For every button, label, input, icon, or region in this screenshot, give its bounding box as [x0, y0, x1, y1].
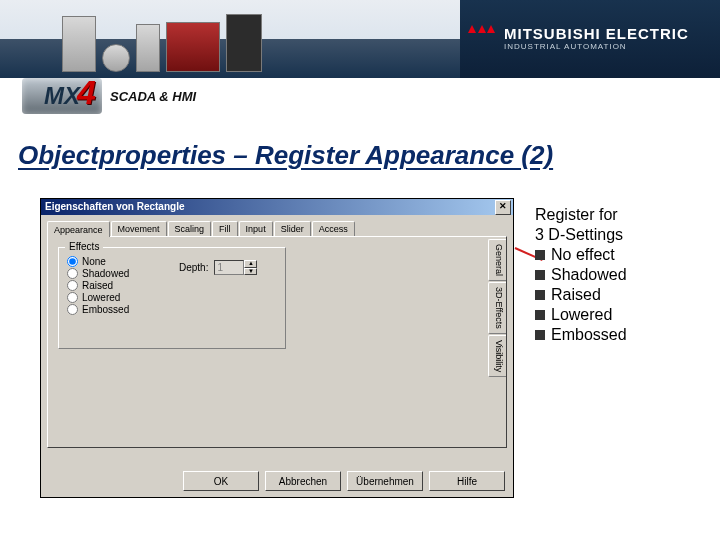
- bullet-icon: [535, 270, 545, 280]
- effects-group-title: Effects: [65, 241, 103, 252]
- radio-none-label: None: [82, 256, 106, 267]
- tab-input[interactable]: Input: [239, 221, 273, 237]
- close-icon: ✕: [499, 201, 507, 211]
- radio-none-input[interactable]: [67, 256, 78, 267]
- mx4-area: MX 4 SCADA & HMI: [22, 78, 196, 114]
- depth-label: Depth:: [179, 262, 208, 273]
- desc-bullet-5-text: Embossed: [551, 325, 627, 345]
- radio-none[interactable]: None: [67, 256, 129, 267]
- effects-radio-list: None Shadowed Raised Lowered Embossed: [67, 256, 129, 315]
- brand-text: MITSUBISHI ELECTRIC INDUSTRIAL AUTOMATIO…: [504, 26, 689, 51]
- radio-raised-input[interactable]: [67, 280, 78, 291]
- apply-button[interactable]: Übernehmen: [347, 471, 423, 491]
- vtab-general[interactable]: General: [488, 239, 506, 281]
- radio-lowered-input[interactable]: [67, 292, 78, 303]
- depth-control: Depth: ▲ ▼: [179, 260, 257, 275]
- radio-shadowed-label: Shadowed: [82, 268, 129, 279]
- help-button[interactable]: Hilfe: [429, 471, 505, 491]
- tab-access[interactable]: Access: [312, 221, 355, 237]
- desc-bullet-1-text: No effect: [551, 245, 615, 265]
- dialog-button-row: OK Abbrechen Übernehmen Hilfe: [183, 471, 505, 491]
- radio-embossed-label: Embossed: [82, 304, 129, 315]
- tab-appearance[interactable]: Appearance: [47, 221, 110, 237]
- mitsubishi-logo-icon: [468, 25, 496, 53]
- radio-embossed[interactable]: Embossed: [67, 304, 129, 315]
- depth-field[interactable]: [214, 260, 244, 275]
- tab-slider[interactable]: Slider: [274, 221, 311, 237]
- properties-dialog: Eigenschaften von Rectangle ✕ Appearance…: [40, 198, 514, 498]
- description-block: Register for 3 D-Settings No effect Shad…: [535, 205, 705, 345]
- radio-shadowed[interactable]: Shadowed: [67, 268, 129, 279]
- products-image: [62, 6, 262, 72]
- slide-title: Objectproperties – Register Appearance (…: [18, 140, 553, 171]
- depth-input-wrapper: ▲ ▼: [214, 260, 257, 275]
- ok-button[interactable]: OK: [183, 471, 259, 491]
- close-button[interactable]: ✕: [495, 200, 511, 215]
- dialog-titlebar[interactable]: Eigenschaften von Rectangle ✕: [41, 199, 513, 215]
- desc-bullet-2-text: Shadowed: [551, 265, 627, 285]
- brand-block: MITSUBISHI ELECTRIC INDUSTRIAL AUTOMATIO…: [460, 0, 720, 78]
- effects-groupbox: Effects None Shadowed Raised Lowered Emb…: [58, 247, 286, 349]
- dialog-body: Appearance Movement Scaling Fill Input S…: [41, 215, 513, 465]
- radio-raised-label: Raised: [82, 280, 113, 291]
- desc-bullet-4-text: Lowered: [551, 305, 612, 325]
- tab-movement[interactable]: Movement: [111, 221, 167, 237]
- radio-lowered[interactable]: Lowered: [67, 292, 129, 303]
- header-band: MITSUBISHI ELECTRIC INDUSTRIAL AUTOMATIO…: [0, 0, 720, 78]
- bullet-icon: [535, 290, 545, 300]
- mx4-mx: MX: [44, 82, 80, 109]
- depth-up-button[interactable]: ▲: [244, 260, 257, 268]
- desc-bullet-3: Raised: [535, 285, 705, 305]
- vtab-visibility[interactable]: Visibility: [488, 335, 506, 377]
- desc-bullet-2: Shadowed: [535, 265, 705, 285]
- radio-lowered-label: Lowered: [82, 292, 120, 303]
- slide: MITSUBISHI ELECTRIC INDUSTRIAL AUTOMATIO…: [0, 0, 720, 540]
- radio-shadowed-input[interactable]: [67, 268, 78, 279]
- depth-spinner: ▲ ▼: [244, 260, 257, 275]
- tab-fill[interactable]: Fill: [212, 221, 238, 237]
- bullet-icon: [535, 330, 545, 340]
- desc-bullet-4: Lowered: [535, 305, 705, 325]
- tab-scaling[interactable]: Scaling: [168, 221, 212, 237]
- vtab-3d-effects[interactable]: 3D-Effects: [488, 282, 506, 334]
- dialog-title: Eigenschaften von Rectangle: [45, 201, 184, 212]
- bullet-icon: [535, 250, 545, 260]
- tabstrip-top: Appearance Movement Scaling Fill Input S…: [47, 221, 507, 237]
- desc-bullet-3-text: Raised: [551, 285, 601, 305]
- mx4-four: 4: [77, 74, 96, 110]
- cancel-button[interactable]: Abbrechen: [265, 471, 341, 491]
- brand-line1: MITSUBISHI ELECTRIC: [504, 26, 689, 43]
- tab-panel: Effects None Shadowed Raised Lowered Emb…: [47, 236, 507, 448]
- radio-embossed-input[interactable]: [67, 304, 78, 315]
- vertical-tabstrip: General 3D-Effects Visibility: [488, 239, 506, 377]
- brand-line2: INDUSTRIAL AUTOMATION: [504, 43, 689, 52]
- desc-heading-2: 3 D-Settings: [535, 225, 705, 245]
- scada-label: SCADA & HMI: [110, 89, 196, 104]
- desc-heading-1: Register for: [535, 205, 705, 225]
- desc-bullet-1: No effect: [535, 245, 705, 265]
- desc-bullet-5: Embossed: [535, 325, 705, 345]
- depth-down-button[interactable]: ▼: [244, 268, 257, 276]
- bullet-icon: [535, 310, 545, 320]
- radio-raised[interactable]: Raised: [67, 280, 129, 291]
- mx4-logo: MX 4: [22, 78, 102, 114]
